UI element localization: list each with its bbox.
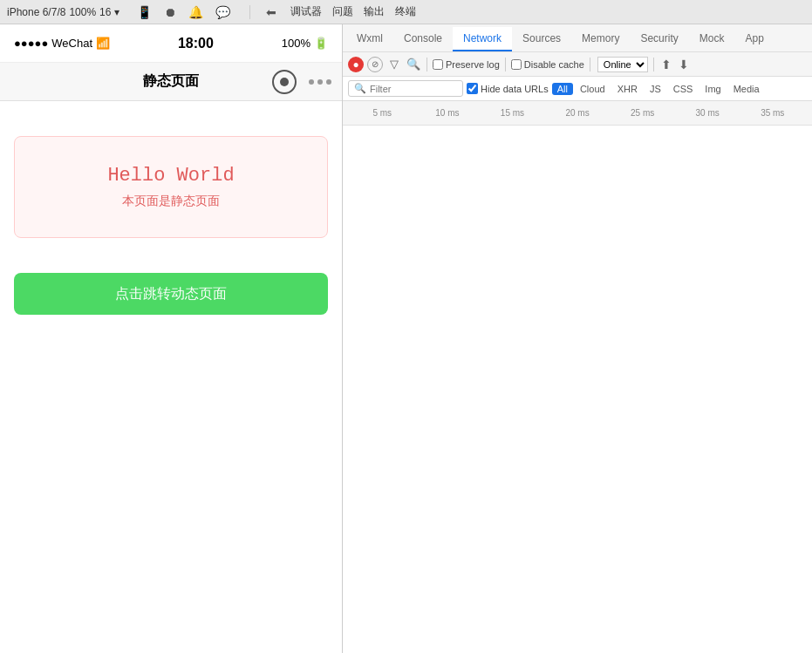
filter-type-img[interactable]: Img (699, 83, 726, 95)
tab-wxml[interactable]: Wxml (346, 27, 393, 51)
issue-label: 问题 (332, 4, 353, 19)
tab-network[interactable]: Network (453, 27, 512, 51)
search-icon-btn[interactable]: 🔍 (406, 57, 421, 72)
time-marker: 25 ms (610, 108, 675, 118)
time-marker: 15 ms (480, 108, 545, 118)
output-label: 输出 (364, 4, 385, 19)
filter-icon: 🔍 (354, 83, 366, 94)
zoom-level: 100% (69, 6, 96, 18)
upload-icon-btn[interactable]: ⬆ (659, 58, 673, 71)
phone-icon-btn[interactable]: 📱 (133, 3, 155, 21)
online-select-group: Online (597, 57, 648, 72)
hello-world-subtitle: 本页面是静态页面 (29, 194, 313, 209)
time-marker: 10 ms (415, 108, 481, 118)
filter-icon-btn[interactable]: ▽ (386, 57, 402, 72)
phone-status-bar: ●●●●● WeChat 📶 18:00 100% 🔋 (0, 24, 342, 63)
filter-type-css[interactable]: CSS (668, 83, 699, 95)
disable-cache-group: Disable cache (511, 59, 584, 70)
hello-world-title: Hello World (29, 165, 313, 187)
tab-appdata[interactable]: App (734, 27, 774, 51)
hide-data-urls-group: Hide data URLs (467, 83, 549, 94)
tab-sources[interactable]: Sources (512, 27, 571, 51)
toolbar-sep-4 (653, 58, 654, 71)
device-selector[interactable]: iPhone 6/7/8 100% 16 ▾ (7, 6, 119, 18)
disable-cache-checkbox[interactable] (511, 59, 522, 70)
phone-panel: ●●●●● WeChat 📶 18:00 100% 🔋 静态页面 Hello (0, 24, 343, 653)
hide-data-urls-label[interactable]: Hide data URLs (481, 84, 549, 94)
network-filter-bar: 🔍 Hide data URLs AllCloudXHRJSCSSImgMedi… (343, 77, 812, 101)
filter-type-buttons: AllCloudXHRJSCSSImgMedia (552, 83, 765, 95)
network-content[interactable] (343, 126, 812, 653)
hide-data-urls-checkbox[interactable] (467, 83, 478, 94)
filter-type-cloud[interactable]: Cloud (575, 83, 611, 95)
phone-nav-more-btn[interactable] (309, 79, 331, 85)
top-bar: iPhone 6/7/8 100% 16 ▾ 📱 ⏺ 🔔 💬 ⬅ 调试器 问题 … (0, 0, 812, 24)
phone-nav-record-btn[interactable] (272, 70, 297, 94)
battery-pct: 100% (282, 37, 310, 50)
network-timeline-header: 5 ms10 ms15 ms20 ms25 ms30 ms35 ms (343, 101, 812, 126)
device-name: iPhone 6/7/8 (7, 6, 65, 18)
preserve-log-label[interactable]: Preserve log (446, 59, 500, 70)
filter-type-all[interactable]: All (552, 83, 573, 95)
status-left: ●●●●● WeChat 📶 (14, 37, 110, 50)
online-select[interactable]: Online (597, 57, 648, 72)
record-icon-btn[interactable]: ⏺ (160, 3, 180, 21)
status-right: 100% 🔋 (282, 37, 328, 50)
jump-button[interactable]: 点击跳转动态页面 (14, 273, 328, 315)
toolbar-sep-2 (505, 58, 506, 71)
carrier: WeChat (51, 37, 92, 50)
download-icon-btn[interactable]: ⬇ (677, 58, 691, 71)
battery-icon: 🔋 (314, 37, 328, 50)
tab-security[interactable]: Security (630, 27, 688, 51)
preserve-log-checkbox[interactable] (433, 59, 443, 70)
nav-left-icon[interactable]: ⬅ (263, 3, 280, 21)
wifi-icon: 📶 (96, 37, 110, 50)
filter-input[interactable] (370, 84, 457, 94)
phone-nav-bar: 静态页面 (0, 63, 342, 101)
filter-type-media[interactable]: Media (728, 83, 765, 95)
toolbar-sep-1 (426, 58, 427, 71)
preserve-log-group: Preserve log (433, 59, 500, 70)
time-markers: 5 ms10 ms15 ms20 ms25 ms30 ms35 ms (343, 108, 812, 118)
volume-icon-btn[interactable]: 🔔 (185, 3, 207, 21)
time-marker: 5 ms (350, 108, 415, 118)
hello-world-section: Hello World 本页面是静态页面 (14, 136, 328, 238)
phone-nav-title: 静态页面 (143, 72, 199, 91)
network-toolbar: ● ⊘ ▽ 🔍 Preserve log Disable cache (343, 52, 812, 77)
filter-type-xhr[interactable]: XHR (612, 83, 643, 95)
filter-type-js[interactable]: JS (645, 83, 666, 95)
time-marker: 20 ms (545, 108, 611, 118)
tab-console[interactable]: Console (393, 27, 453, 51)
record-button[interactable]: ● (348, 57, 364, 72)
chevron-down-icon: ▾ (114, 6, 119, 18)
devtools-main-tabs: Wxml Console Network Sources Memory Secu… (343, 24, 812, 52)
main-layout: ●●●●● WeChat 📶 18:00 100% 🔋 静态页面 Hello (0, 24, 812, 653)
clear-button[interactable]: ⊘ (367, 57, 383, 72)
disable-cache-label[interactable]: Disable cache (524, 59, 584, 70)
chat-icon-btn[interactable]: 💬 (212, 3, 234, 21)
signal-dots: ●●●●● (14, 37, 48, 50)
tab-mock[interactable]: Mock (689, 27, 735, 51)
time-marker: 35 ms (740, 108, 805, 118)
tab-memory[interactable]: Memory (571, 27, 630, 51)
phone-content: Hello World 本页面是静态页面 点击跳转动态页面 (0, 101, 342, 653)
toolbar-sep-3 (590, 58, 590, 71)
debugger-label: 调试器 (290, 4, 322, 19)
top-sep (249, 5, 250, 19)
top-icon-area: 📱 ⏺ 🔔 💬 (130, 3, 237, 21)
devtools-panel: Wxml Console Network Sources Memory Secu… (343, 24, 812, 653)
filter-input-wrap: 🔍 (348, 80, 463, 97)
terminal-label: 终端 (395, 4, 416, 19)
status-time: 18:00 (178, 36, 214, 51)
time-marker: 30 ms (675, 108, 740, 118)
zoom-number: 16 (99, 6, 111, 18)
